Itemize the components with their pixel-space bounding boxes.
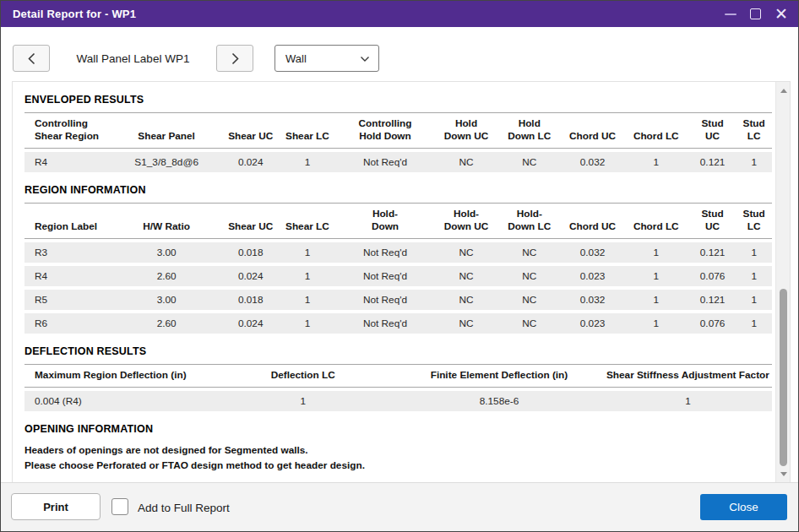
section-title-region-information: REGION INFORMATION bbox=[24, 184, 772, 196]
column-header: Chord UC bbox=[562, 130, 623, 143]
table-cell: NC bbox=[436, 318, 497, 329]
column-header: Hold- Down bbox=[334, 208, 435, 233]
column-header: Finite Element Deflection (in) bbox=[394, 369, 604, 382]
toolbar: Wall Panel Label WP1 Wall bbox=[1, 27, 798, 81]
table-cell: 1 bbox=[604, 395, 772, 407]
table-cell: 1 bbox=[623, 156, 689, 168]
report-content-panel: ENVELOPED RESULTS Controlling Shear Regi… bbox=[12, 81, 791, 484]
add-to-full-report-checkbox[interactable] bbox=[111, 498, 128, 515]
column-header: Shear UC bbox=[221, 220, 280, 233]
table-cell: 0.024 bbox=[221, 156, 280, 168]
column-header: Stud LC bbox=[736, 117, 771, 143]
scroll-down-arrow-icon[interactable] bbox=[776, 467, 791, 481]
minimize-icon[interactable] bbox=[725, 14, 736, 15]
table-cell: R4 bbox=[24, 156, 112, 168]
titlebar: Detail Report for - WP1 ✕ bbox=[1, 1, 798, 27]
window-title: Detail Report for - WP1 bbox=[13, 8, 136, 20]
column-header: Hold Down UC bbox=[436, 117, 497, 143]
scrollbar-thumb[interactable] bbox=[780, 289, 787, 466]
section-title-opening-information: OPENING INFORMATION bbox=[24, 423, 772, 435]
chevron-down-icon bbox=[360, 52, 370, 65]
table-cell: 0.024 bbox=[221, 270, 280, 282]
column-header: H/W Ratio bbox=[112, 220, 221, 233]
close-button[interactable]: Close bbox=[700, 494, 787, 520]
table-cell: 0.032 bbox=[562, 247, 623, 258]
table-cell: 3.00 bbox=[112, 247, 221, 258]
table-cell: 0.076 bbox=[689, 318, 736, 329]
table-cell: 1 bbox=[623, 247, 689, 258]
table-row: R33.000.0181Not Req'dNCNC0.03210.1211 bbox=[24, 242, 772, 263]
table-cell: NC bbox=[497, 247, 562, 258]
opening-information-text: Headers of openings are not designed for… bbox=[24, 443, 772, 472]
column-header: Shear Panel bbox=[112, 130, 221, 143]
view-type-select[interactable]: Wall bbox=[274, 45, 379, 72]
print-button[interactable]: Print bbox=[11, 493, 101, 520]
table-cell: 1 bbox=[623, 270, 689, 282]
report-content: ENVELOPED RESULTS Controlling Shear Regi… bbox=[13, 82, 775, 483]
table-cell: 0.024 bbox=[221, 318, 280, 329]
table-cell: NC bbox=[436, 270, 497, 282]
column-header: Shear LC bbox=[280, 220, 335, 233]
close-icon[interactable]: ✕ bbox=[775, 8, 788, 19]
table-cell: 0.121 bbox=[689, 294, 736, 306]
table-cell: 1 bbox=[280, 270, 335, 282]
table-cell: Not Req'd bbox=[334, 318, 435, 329]
table-cell: 1 bbox=[280, 318, 335, 329]
table-cell: 1 bbox=[280, 156, 335, 168]
table-cell: R6 bbox=[24, 318, 112, 329]
table-cell: R3 bbox=[24, 247, 112, 258]
table-cell: 1 bbox=[736, 270, 771, 282]
column-header: Stud UC bbox=[689, 117, 736, 143]
next-panel-button[interactable] bbox=[216, 45, 253, 72]
column-header: Chord UC bbox=[562, 220, 623, 233]
table-cell: 0.121 bbox=[689, 247, 736, 258]
table-cell: Not Req'd bbox=[334, 270, 435, 282]
table-cell: 1 bbox=[280, 294, 335, 306]
table-cell: Not Req'd bbox=[334, 294, 435, 306]
column-header: Shear UC bbox=[221, 130, 280, 143]
table-cell: S1_3/8_8d@6 bbox=[112, 156, 221, 168]
column-header: Controlling Hold Down bbox=[334, 117, 435, 143]
table-cell: 1 bbox=[623, 294, 689, 306]
table-cell: NC bbox=[497, 270, 562, 282]
column-header: Shear LC bbox=[280, 130, 335, 143]
detail-report-dialog: Detail Report for - WP1 ✕ Wall Panel Lab… bbox=[0, 0, 799, 532]
deflection-results-table: Maximum Region Deflection (in)Deflection… bbox=[24, 364, 772, 411]
table-cell: 1 bbox=[736, 156, 771, 168]
table-cell: 1 bbox=[736, 247, 771, 258]
column-header: Shear Stiffness Adjustment Factor bbox=[604, 369, 772, 382]
table-cell: NC bbox=[436, 294, 497, 306]
table-cell: Not Req'd bbox=[334, 156, 435, 168]
table-cell: 8.158e-6 bbox=[394, 395, 604, 407]
table-cell: R5 bbox=[24, 294, 112, 306]
table-cell: 1 bbox=[736, 294, 771, 306]
table-row: R53.000.0181Not Req'dNCNC0.03210.1211 bbox=[24, 290, 772, 310]
table-cell: 0.032 bbox=[562, 156, 623, 168]
vertical-scrollbar[interactable] bbox=[775, 82, 790, 483]
table-cell: NC bbox=[436, 156, 497, 168]
table-cell: NC bbox=[497, 318, 562, 329]
add-to-full-report-label: Add to Full Report bbox=[138, 483, 230, 532]
table-row: R62.600.0241Not Req'dNCNC0.02310.0761 bbox=[24, 313, 772, 334]
table-header-row: Region LabelH/W RatioShear UCShear LCHol… bbox=[24, 203, 772, 239]
table-cell: NC bbox=[497, 156, 562, 168]
column-header: Chord LC bbox=[623, 220, 689, 233]
table-cell: 0.032 bbox=[562, 294, 623, 306]
enveloped-results-table: Controlling Shear RegionShear PanelShear… bbox=[24, 112, 772, 172]
chevron-right-icon bbox=[231, 52, 239, 65]
section-title-deflection-results: DEFLECTION RESULTS bbox=[24, 345, 772, 357]
column-header: Maximum Region Deflection (in) bbox=[24, 369, 211, 382]
column-header: Region Label bbox=[24, 220, 112, 233]
table-cell: 0.018 bbox=[221, 247, 280, 258]
table-cell: 2.60 bbox=[112, 270, 221, 282]
table-cell: 0.076 bbox=[689, 270, 736, 282]
window-controls: ✕ bbox=[725, 8, 788, 19]
table-cell: Not Req'd bbox=[334, 247, 435, 258]
table-cell: 0.018 bbox=[221, 294, 280, 306]
previous-panel-button[interactable] bbox=[13, 45, 50, 72]
table-cell: 0.004 (R4) bbox=[24, 395, 211, 407]
maximize-icon[interactable] bbox=[750, 8, 761, 19]
scroll-up-arrow-icon[interactable] bbox=[776, 84, 791, 98]
table-header-row: Maximum Region Deflection (in)Deflection… bbox=[24, 364, 772, 388]
table-cell: 1 bbox=[280, 247, 335, 258]
